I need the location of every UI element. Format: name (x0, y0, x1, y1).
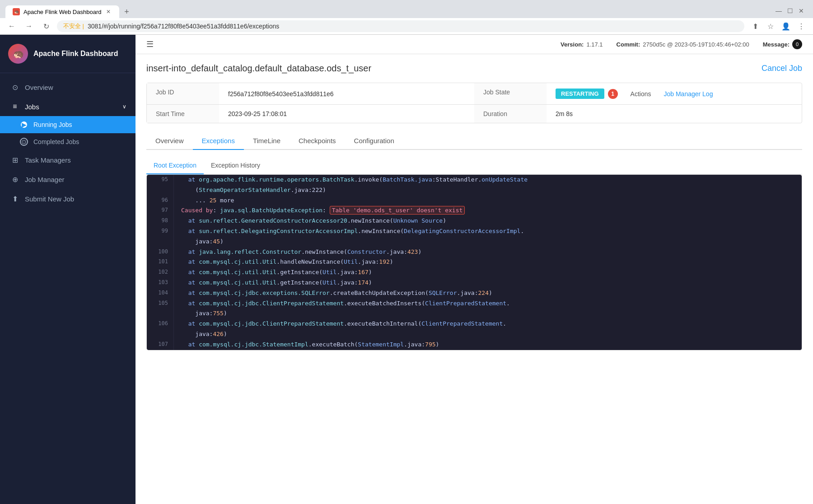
start-time-row: Start Time 2023-09-25 17:08:01 Duration … (147, 105, 802, 123)
sidebar-nav: ⊙ Overview ≡ Jobs ∨ ▶ Running Jobs ⊙ Com… (0, 73, 136, 504)
content-area: ☰ Version: 1.17.1 Commit: 2750d5c @ 2023… (136, 35, 813, 504)
address-bar: ← → ↻ 不安全 | 3081/#/job/running/f256a712f… (0, 18, 813, 35)
sidebar-item-job-manager-label: Job Manager (25, 176, 65, 183)
exception-tabs: Root Exception Exception History (146, 157, 802, 174)
tab-timeline[interactable]: TimeLine (244, 132, 290, 150)
sidebar-item-task-managers-label: Task Managers (25, 156, 71, 164)
duration-value: 2m 8s (547, 105, 802, 123)
start-time-value: 2023-09-25 17:08:01 (219, 105, 474, 123)
sidebar-item-running-jobs-label: Running Jobs (33, 121, 72, 128)
job-info-table: Job ID f256a712f80f8e5403ee51a3fdd811e6 … (146, 83, 802, 123)
tab-exceptions[interactable]: Exceptions (193, 132, 244, 150)
sidebar-item-jobs[interactable]: ≡ Jobs ∨ (0, 97, 136, 116)
message-label: Message: (763, 41, 790, 48)
state-badge: RESTARTING (556, 89, 604, 99)
tab-close-button[interactable]: ✕ (105, 8, 112, 15)
tab-checkpoints[interactable]: Checkpoints (290, 132, 345, 150)
sidebar-item-completed-jobs-label: Completed Jobs (33, 138, 79, 145)
close-icon[interactable]: ✕ (799, 7, 804, 14)
sidebar-item-submit-job[interactable]: ⬆ Submit New Job (0, 189, 136, 209)
forward-button[interactable]: → (23, 20, 35, 33)
actions-label: Actions (631, 90, 651, 98)
code-line-106b: java:426) (147, 329, 802, 340)
job-manager-log-link[interactable]: Job Manager Log (663, 90, 713, 98)
message-count-badge: 0 (792, 39, 802, 49)
sidebar-item-overview[interactable]: ⊙ Overview (0, 78, 136, 97)
job-id-row: Job ID f256a712f80f8e5403ee51a3fdd811e6 … (147, 83, 802, 105)
browser-tab-active[interactable]: 🦔 Apache Flink Web Dashboard ✕ (5, 5, 119, 18)
address-actions: ⬆ ☆ 👤 ⋮ (749, 20, 808, 33)
top-bar-info: Version: 1.17.1 Commit: 2750d5c @ 2023-0… (561, 39, 802, 49)
code-line-105b: java:755) (147, 308, 802, 319)
completed-jobs-icon: ⊙ (20, 138, 28, 146)
tab-configuration[interactable]: Configuration (345, 132, 403, 150)
job-state-value: RESTARTING 1 Actions Job Manager Log (547, 83, 802, 104)
code-block: 95 at org.apache.flink.runtime.operators… (147, 175, 802, 350)
code-line-102: 102 at com.mysql.cj.util.Util.getInstanc… (147, 267, 802, 278)
job-header: insert-into_default_catalog.default_data… (146, 63, 802, 74)
share-icon[interactable]: ⬆ (749, 20, 762, 33)
url-bar[interactable]: 不安全 | 3081/#/job/running/f256a712f80f8e5… (57, 20, 744, 32)
overview-icon: ⊙ (10, 83, 19, 92)
minimize-icon[interactable]: — (776, 7, 782, 14)
menu-toggle-button[interactable]: ☰ (146, 39, 154, 49)
code-line-95b: (StreamOperatorStateHandler.java:222) (147, 185, 802, 196)
code-line-96: 96 ... 25 more (147, 196, 802, 206)
job-detail: insert-into_default_catalog.default_data… (136, 54, 813, 504)
sidebar-item-task-managers[interactable]: ⊞ Task Managers (0, 150, 136, 170)
code-line-95: 95 at org.apache.flink.runtime.operators… (147, 175, 802, 185)
tab-favicon: 🦔 (13, 8, 20, 15)
job-id-value: f256a712f80f8e5403ee51a3fdd811e6 (219, 83, 474, 104)
code-line-106: 106 at com.mysql.cj.jdbc.ClientPreparedS… (147, 319, 802, 329)
main-layout: 🦔 Apache Flink Dashboard ⊙ Overview ≡ Jo… (0, 35, 813, 504)
code-line-103: 103 at com.mysql.cj.util.Util.getInstanc… (147, 278, 802, 288)
sidebar-item-overview-label: Overview (25, 84, 53, 91)
chevron-down-icon: ∨ (122, 103, 126, 110)
code-line-98: 98 at sun.reflect.GeneratedConstructorAc… (147, 216, 802, 226)
message-info: Message: 0 (763, 39, 802, 49)
exc-tab-history[interactable]: Exception History (204, 157, 267, 174)
brand-name: Apache Flink Dashboard (33, 50, 118, 58)
browser-chrome: 🦔 Apache Flink Web Dashboard ✕ + — ☐ ✕ (0, 0, 813, 18)
jobs-icon: ≡ (10, 103, 19, 111)
version-label: Version: (561, 41, 584, 48)
tab-title: Apache Flink Web Dashboard (23, 9, 101, 15)
job-state-label: Job State (474, 83, 547, 104)
code-line-105: 105 at com.mysql.cj.jdbc.ClientPreparedS… (147, 299, 802, 309)
code-line-99: 99 at sun.reflect.DelegatingConstructorA… (147, 226, 802, 237)
tab-bar: 🦔 Apache Flink Web Dashboard ✕ + (5, 5, 133, 18)
commit-value: 2750d5c @ 2023-05-19T10:45:46+02:00 (643, 41, 749, 48)
code-line-97: 97 Caused by: java.sql.BatchUpdateExcept… (147, 205, 802, 216)
menu-icon[interactable]: ⋮ (795, 20, 808, 33)
tab-overview[interactable]: Overview (146, 132, 193, 150)
code-line-101: 101 at com.mysql.cj.util.Util.handleNewI… (147, 257, 802, 267)
code-line-104: 104 at com.mysql.cj.jdbc.exceptions.SQLE… (147, 288, 802, 299)
back-button[interactable]: ← (5, 20, 18, 33)
duration-label: Duration (474, 105, 547, 123)
sidebar-item-job-manager[interactable]: ⊕ Job Manager (0, 170, 136, 189)
job-id-label: Job ID (147, 83, 219, 104)
cancel-job-button[interactable]: Cancel Job (762, 64, 802, 73)
version-value: 1.17.1 (586, 41, 603, 48)
refresh-button[interactable]: ↻ (40, 20, 52, 33)
start-time-label: Start Time (147, 105, 219, 123)
sidebar-item-jobs-label: Jobs (25, 103, 39, 111)
sidebar-item-running-jobs[interactable]: ▶ Running Jobs (0, 116, 136, 133)
code-line-99b: java:45) (147, 237, 802, 247)
job-manager-icon: ⊕ (10, 175, 19, 184)
code-line-107: 107 at com.mysql.cj.jdbc.StatementImpl.e… (147, 340, 802, 350)
maximize-icon[interactable]: ☐ (787, 7, 793, 14)
new-tab-button[interactable]: + (120, 5, 133, 18)
code-container[interactable]: 95 at org.apache.flink.runtime.operators… (146, 174, 802, 350)
bookmark-icon[interactable]: ☆ (764, 20, 777, 33)
running-jobs-icon: ▶ (20, 121, 28, 129)
task-managers-icon: ⊞ (10, 156, 19, 164)
code-line-100: 100 at java.lang.reflect.Constructor.new… (147, 247, 802, 257)
profile-icon[interactable]: 👤 (780, 20, 792, 33)
commit-label: Commit: (617, 41, 640, 48)
sidebar-item-completed-jobs[interactable]: ⊙ Completed Jobs (0, 133, 136, 150)
state-count-badge: 1 (608, 89, 618, 99)
sidebar-brand: 🦔 Apache Flink Dashboard (0, 35, 136, 73)
exc-tab-root[interactable]: Root Exception (146, 157, 204, 174)
brand-avatar: 🦔 (8, 44, 28, 64)
